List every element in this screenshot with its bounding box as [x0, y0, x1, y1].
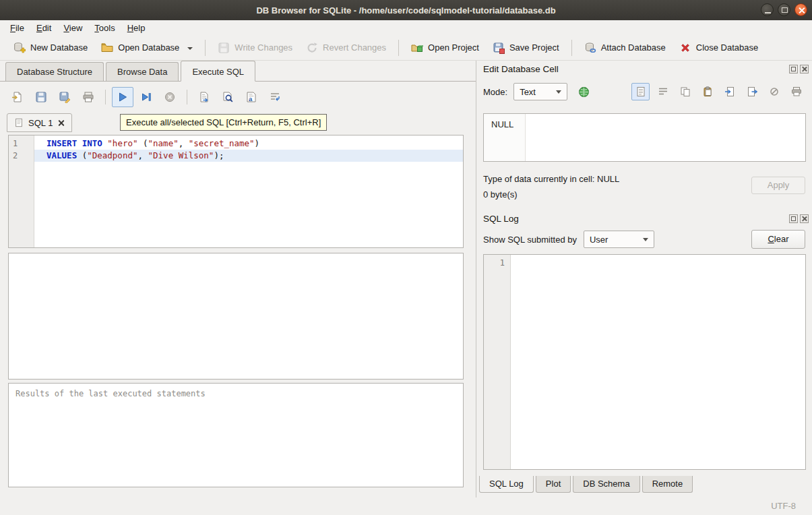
menu-edit[interactable]: Edit: [30, 22, 57, 34]
sql-text: ,: [179, 138, 189, 148]
export-cell-button[interactable]: [743, 83, 761, 100]
open-sql-file-button[interactable]: [7, 87, 28, 107]
open-project-button[interactable]: Open Project: [404, 38, 486, 57]
tab-execute-sql[interactable]: Execute SQL: [181, 61, 255, 82]
menu-help[interactable]: Help: [121, 22, 152, 34]
maximize-button[interactable]: [778, 3, 790, 16]
cell-size-info: 0 byte(s): [483, 189, 518, 200]
main-tab-bar: Database Structure Browse Data Execute S…: [0, 61, 476, 82]
word-wrap-cell-button[interactable]: [654, 83, 672, 100]
text-mode-button[interactable]: [631, 83, 650, 100]
sql-string: "name": [148, 138, 179, 148]
minimize-icon: [765, 12, 771, 13]
close-panel-button[interactable]: [800, 65, 809, 73]
results-placeholder: Results of the last executed statements: [15, 389, 206, 398]
close-database-icon: [679, 42, 691, 54]
tab-sql-log[interactable]: SQL Log: [479, 476, 534, 493]
import-cell-button[interactable]: [720, 83, 739, 100]
stop-button: [159, 87, 181, 107]
close-database-button[interactable]: Close Database: [673, 38, 766, 57]
attach-database-button[interactable]: Attach Database: [577, 38, 673, 57]
copy-icon: [680, 86, 691, 97]
sql-log-panel-buttons: [789, 214, 809, 223]
titlebar[interactable]: DB Browser for SQLite - /home/user/code/…: [0, 0, 812, 20]
paste-icon: [702, 86, 713, 97]
float-panel-icon: [791, 216, 796, 221]
word-wrap-icon: [269, 91, 281, 103]
find-replace-button[interactable]: [217, 87, 239, 107]
menu-file[interactable]: File: [4, 22, 30, 34]
close-window-button[interactable]: [794, 3, 807, 16]
paste-cell-button[interactable]: [698, 83, 716, 100]
chevron-down-icon: [643, 238, 648, 241]
open-project-label: Open Project: [428, 42, 479, 53]
toolbar-separator: [205, 40, 206, 56]
mode-row: Mode: Text: [483, 82, 805, 101]
revert-changes-button: Revert Changes: [299, 38, 393, 57]
auto-format-icon: a: [245, 91, 257, 103]
save-sql-as-button[interactable]: [54, 87, 75, 107]
word-wrap-button[interactable]: [264, 87, 286, 107]
sql-editor[interactable]: 1 2 INSERT INTO "hero" ("name", "secret_…: [8, 135, 464, 248]
cell-type-info: Type of data currently in cell: NULL: [483, 174, 619, 184]
minimize-button[interactable]: [761, 3, 774, 16]
bottom-tab-bar: SQL Log Plot DB Schema Remote: [479, 476, 695, 493]
mode-combobox[interactable]: Text: [513, 83, 567, 100]
save-sql-as-icon: [59, 91, 71, 103]
window-controls: [761, 3, 807, 16]
execute-all-button[interactable]: [112, 87, 133, 107]
toolbar-separator: [105, 90, 106, 104]
execute-line-button[interactable]: [135, 87, 157, 107]
right-pane: Edit Database Cell Mode: Text: [476, 61, 812, 497]
maximize-icon: [782, 7, 788, 13]
toolbar-separator: [398, 40, 399, 56]
clear-log-button[interactable]: Clear: [751, 230, 805, 249]
code-area[interactable]: INSERT INTO "hero" ("name", "secret_name…: [34, 135, 463, 247]
print-icon: [791, 86, 802, 97]
set-null-button[interactable]: [765, 83, 783, 100]
menu-view[interactable]: View: [57, 22, 88, 34]
sql-tab-bar: SQL 1: [7, 112, 72, 132]
encoding-indicator[interactable]: UTF-8: [771, 501, 796, 511]
new-database-button[interactable]: New Database: [7, 38, 94, 57]
save-project-button[interactable]: Save Project: [486, 38, 566, 57]
sql-text: );: [214, 150, 224, 160]
copy-cell-button[interactable]: [676, 83, 694, 100]
auto-switch-mode-icon: [578, 86, 590, 98]
stop-icon: [164, 91, 176, 103]
export-results-button[interactable]: [193, 87, 215, 107]
close-panel-icon: [801, 66, 807, 72]
cell-value: NULL: [491, 119, 513, 129]
open-database-dropdown-icon[interactable]: [187, 47, 193, 50]
write-changes-icon: [218, 42, 230, 54]
open-project-icon: [411, 42, 423, 54]
open-database-button[interactable]: Open Database: [94, 38, 199, 57]
sql-log-area[interactable]: 1: [483, 254, 806, 470]
tab-remote[interactable]: Remote: [642, 476, 693, 493]
close-tab-icon[interactable]: [57, 119, 65, 127]
cell-editor[interactable]: NULL: [483, 113, 806, 162]
auto-switch-mode-button[interactable]: [573, 83, 594, 101]
main-toolbar: New Database Open Database Write Changes…: [0, 35, 812, 61]
tab-plot[interactable]: Plot: [536, 476, 571, 493]
auto-format-button[interactable]: a: [241, 87, 262, 107]
close-panel-button[interactable]: [800, 214, 809, 223]
print-cell-button[interactable]: [787, 83, 805, 100]
edit-cell-title: Edit Database Cell: [483, 64, 559, 74]
sql-toolbar: a: [7, 86, 286, 109]
export-results-icon: [198, 91, 210, 103]
toolbar-separator: [187, 90, 187, 104]
sql-string: "Dive Wilson": [148, 150, 214, 160]
print-button[interactable]: [77, 87, 99, 107]
float-panel-button[interactable]: [789, 65, 798, 73]
tab-db-schema[interactable]: DB Schema: [573, 476, 639, 493]
save-sql-file-button[interactable]: [30, 87, 52, 107]
float-panel-button[interactable]: [789, 214, 798, 223]
tab-browse-data[interactable]: Browse Data: [106, 62, 179, 81]
tab-database-structure[interactable]: Database Structure: [5, 62, 104, 81]
sql1-tab[interactable]: SQL 1: [7, 113, 72, 132]
close-panel-icon: [801, 216, 807, 222]
toolbar-separator: [571, 40, 572, 56]
menu-tools[interactable]: Tools: [88, 22, 121, 34]
log-filter-combobox[interactable]: User: [584, 231, 654, 248]
